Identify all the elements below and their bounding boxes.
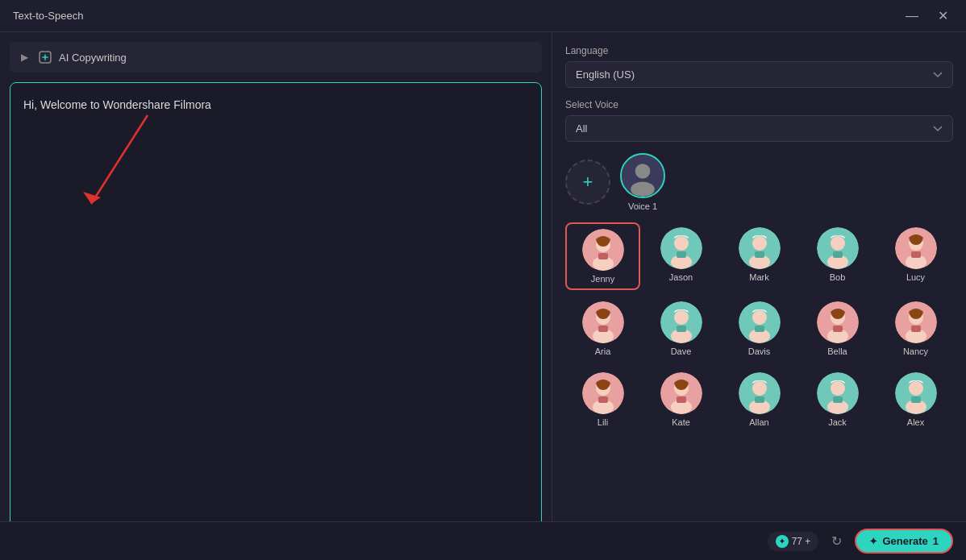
select-voice-section: Select Voice All (565, 99, 953, 142)
svg-rect-37 (755, 326, 764, 332)
voice-avatar-nancy (895, 301, 937, 343)
text-area-content: Hi, Welcome to Wondershare Filmora (10, 83, 541, 525)
text-content: Hi, Welcome to Wondershare Filmora (23, 98, 211, 111)
voice-avatar-kate (660, 372, 702, 414)
svg-point-5 (631, 181, 655, 197)
svg-point-59 (831, 381, 845, 396)
voice-name-nancy: Nancy (903, 346, 928, 356)
refresh-button[interactable]: ↻ (828, 530, 845, 552)
voice-card-bob[interactable]: Bob (800, 222, 875, 290)
svg-point-55 (752, 381, 767, 396)
svg-rect-13 (677, 251, 686, 258)
voice-card-bella[interactable]: Bella (800, 297, 875, 361)
voice-avatar-davis (739, 301, 781, 343)
chevron-right-icon: ▶ (21, 52, 28, 63)
svg-rect-41 (833, 326, 843, 332)
voice-avatar-aria (582, 301, 624, 343)
generate-button[interactable]: ✦ Generate 1 (855, 529, 953, 554)
language-dropdown[interactable]: English (US) (565, 61, 953, 88)
voice-card-jack[interactable]: Jack (800, 367, 875, 432)
voice-avatar-lucy (895, 227, 937, 269)
language-section: Language English (US) (565, 45, 953, 88)
svg-line-1 (91, 115, 148, 204)
voice-1-item[interactable]: Voice 1 (620, 153, 665, 211)
svg-rect-9 (598, 253, 608, 259)
voice-avatar-alex (895, 372, 937, 414)
voice-name-davis: Davis (748, 346, 771, 356)
voice-name-jason: Jason (669, 272, 693, 282)
voice-name-kate: Kate (672, 417, 690, 427)
voice-card-dave[interactable]: Dave (643, 297, 718, 361)
svg-rect-29 (598, 326, 608, 332)
title-bar-title: Text-to-Speech (13, 10, 83, 22)
voice-avatar-dave (660, 301, 702, 343)
generate-label: Generate (882, 535, 927, 547)
svg-rect-25 (911, 251, 921, 258)
voice-name-lili: Lili (598, 417, 608, 427)
left-panel: ▶ AI Copywriting Hi, Welcome to Wondersh… (0, 32, 552, 560)
svg-rect-17 (755, 251, 764, 258)
plus-icon: + (583, 172, 593, 193)
voice-name-allan: Allan (749, 417, 768, 427)
language-label: Language (565, 45, 953, 56)
svg-point-11 (674, 236, 689, 251)
voice-card-jason[interactable]: Jason (643, 222, 718, 290)
title-bar-controls: — ✕ (901, 6, 953, 25)
svg-rect-21 (833, 251, 843, 258)
voice-grid: Jenny Jason Mark Bob Lucy Aria Dave (565, 222, 953, 432)
voice-name-aria: Aria (595, 346, 611, 356)
voice-name-bob: Bob (830, 272, 846, 282)
svg-point-35 (752, 310, 767, 325)
voice-avatar-mark (739, 227, 781, 269)
voice-avatar-allan (739, 372, 781, 414)
svg-rect-61 (833, 396, 843, 403)
voice-avatar-jason (660, 227, 702, 269)
voice-card-alex[interactable]: Alex (878, 367, 953, 432)
voice-name-mark: Mark (749, 272, 768, 282)
voice-grid-container: Jenny Jason Mark Bob Lucy Aria Dave (565, 222, 953, 533)
voice-card-mark[interactable]: Mark (722, 222, 797, 290)
voice-card-allan[interactable]: Allan (722, 367, 797, 432)
svg-rect-45 (911, 326, 921, 332)
voice-name-lucy: Lucy (906, 272, 925, 282)
close-button[interactable]: ✕ (933, 6, 953, 25)
main-layout: ▶ AI Copywriting Hi, Welcome to Wondersh… (0, 32, 966, 560)
voice-card-jenny[interactable]: Jenny (565, 222, 640, 290)
voice-name-dave: Dave (671, 346, 692, 356)
text-area-wrapper: Hi, Welcome to Wondershare Filmora Auto … (10, 82, 542, 550)
svg-rect-53 (677, 396, 686, 403)
voice-card-lucy[interactable]: Lucy (878, 222, 953, 290)
right-panel: Language English (US) Select Voice All + (552, 32, 966, 560)
ai-icon (38, 50, 52, 64)
svg-point-15 (752, 236, 767, 251)
voice-picker-row: + Voice 1 (565, 153, 953, 211)
add-voice-button[interactable]: + (565, 160, 610, 205)
minimize-button[interactable]: — (901, 6, 923, 25)
svg-point-63 (909, 381, 923, 396)
svg-rect-57 (755, 396, 764, 403)
svg-point-4 (635, 164, 651, 179)
voice-avatar-jenny (582, 229, 624, 271)
voice-card-kate[interactable]: Kate (643, 367, 718, 432)
voice-card-aria[interactable]: Aria (565, 297, 640, 361)
svg-point-31 (674, 310, 689, 325)
voice-name-jack: Jack (828, 417, 847, 427)
voice-1-avatar (620, 153, 665, 198)
svg-rect-49 (598, 396, 608, 403)
voice-filter-dropdown[interactable]: All (565, 115, 953, 142)
voice-1-label: Voice 1 (628, 201, 657, 211)
voice-card-nancy[interactable]: Nancy (878, 297, 953, 361)
credits-value: 77 + (792, 536, 811, 547)
voice-card-davis[interactable]: Davis (722, 297, 797, 361)
voice-name-jenny: Jenny (591, 274, 614, 284)
red-arrow-indicator (75, 107, 172, 228)
credits-icon: ✦ (776, 535, 789, 548)
ai-copywriting-label: AI Copywriting (59, 52, 127, 64)
voice-name-bella: Bella (827, 346, 847, 356)
svg-marker-2 (83, 192, 101, 204)
voice-card-lili[interactable]: Lili (565, 367, 640, 432)
voice-avatar-lili (582, 372, 624, 414)
ai-copywriting-bar[interactable]: ▶ AI Copywriting (10, 42, 542, 73)
svg-rect-65 (911, 396, 921, 403)
voice-1-avatar-svg (622, 153, 664, 198)
